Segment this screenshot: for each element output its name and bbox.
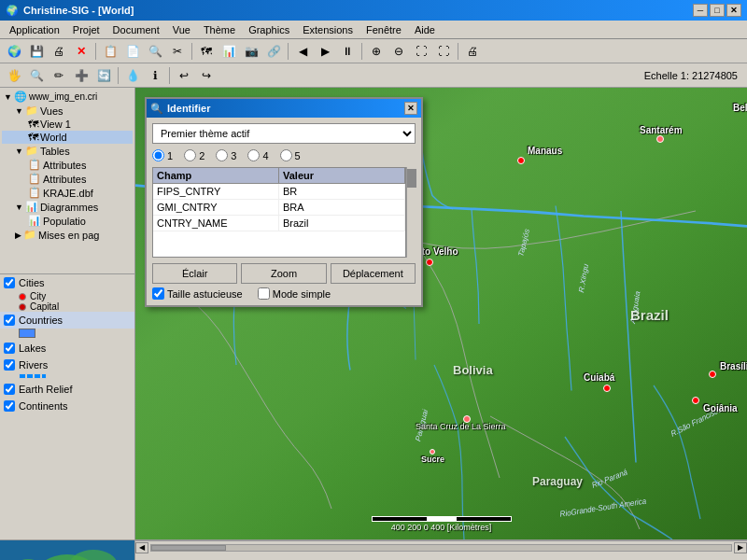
tool-new[interactable]: 📄: [122, 41, 143, 62]
radio-4[interactable]: 4: [247, 149, 268, 161]
layer-earth-relief-checkbox[interactable]: [4, 384, 15, 395]
expand-icon[interactable]: ▼: [4, 92, 12, 102]
radio-3[interactable]: 3: [216, 149, 236, 161]
tool-copy[interactable]: 📋: [100, 41, 120, 62]
map-area[interactable]: Amazon Purus Madeira Rio Juruena Tapajós…: [135, 88, 747, 539]
tool-globe[interactable]: 🌍: [4, 41, 24, 62]
menu-extensions[interactable]: Extensions: [297, 22, 359, 37]
menu-application[interactable]: Application: [4, 22, 65, 37]
layer-lakes[interactable]: Lakes: [0, 340, 134, 357]
table-body[interactable]: FIPS_CNTRY BR GMI_CNTRY BRA CNTRY_NAME B…: [152, 183, 406, 258]
check-mode[interactable]: Mode simple: [258, 287, 331, 300]
tool-pause[interactable]: ⏸: [337, 41, 358, 62]
layer-continents[interactable]: Continents: [0, 398, 134, 414]
city-goiania[interactable]: [692, 397, 699, 404]
tool-zoom2[interactable]: 🔍: [26, 65, 47, 86]
tool-redo[interactable]: ↪: [196, 65, 217, 86]
tool-forward[interactable]: ▶: [315, 41, 335, 62]
tree-diagrammes[interactable]: ▼ 📊 Diagrammes: [2, 200, 133, 214]
radio-input-4[interactable]: [247, 149, 260, 161]
tool-info[interactable]: ℹ: [145, 65, 165, 86]
tree-kraje[interactable]: 📋 KRAJE.dbf: [2, 186, 133, 200]
layer-countries[interactable]: Countries: [0, 312, 134, 329]
h-scrollbar-track[interactable]: [150, 544, 732, 552]
tables-expand-icon[interactable]: ▼: [15, 147, 23, 156]
scroll-right-btn[interactable]: ▶: [734, 542, 747, 553]
tool-edit[interactable]: ✏: [49, 65, 69, 86]
city-santarem[interactable]: [656, 135, 664, 143]
tool-zoom-in[interactable]: ⊕: [366, 41, 387, 62]
radio-2[interactable]: 2: [184, 149, 204, 161]
city-manaus[interactable]: [517, 157, 525, 164]
layer-continents-checkbox[interactable]: [4, 400, 15, 412]
menu-document[interactable]: Document: [107, 22, 165, 37]
tool-zoom-out[interactable]: ⊖: [388, 41, 409, 62]
radio-1[interactable]: 1: [152, 149, 173, 161]
tree-attrib2[interactable]: 📋 Attributes: [2, 172, 133, 186]
radio-5[interactable]: 5: [280, 149, 301, 161]
tool-rotate[interactable]: 🔄: [93, 65, 114, 86]
tool-undo[interactable]: ↩: [174, 65, 194, 86]
city-porto-velho[interactable]: [426, 259, 433, 266]
tool-close[interactable]: ✕: [71, 41, 92, 62]
menu-projet[interactable]: Projet: [67, 22, 106, 37]
tool-add[interactable]: ➕: [71, 65, 92, 86]
tool-b2[interactable]: 📊: [218, 41, 239, 62]
tool-b3[interactable]: 📷: [241, 41, 261, 62]
eclair-button[interactable]: Éclair: [152, 263, 237, 284]
tool-print[interactable]: 🖨: [49, 41, 69, 62]
scroll-left-btn[interactable]: ◀: [135, 542, 148, 553]
menu-theme[interactable]: Thème: [198, 22, 241, 37]
tree-world[interactable]: 🗺 World: [2, 131, 133, 144]
layer-rivers-checkbox[interactable]: [4, 359, 15, 371]
menu-aide[interactable]: Aide: [409, 22, 441, 37]
maximize-button[interactable]: □: [710, 4, 725, 17]
tree-attrib1[interactable]: 📋 Attributes: [2, 158, 133, 172]
vues-expand-icon[interactable]: ▼: [15, 106, 23, 116]
radio-input-5[interactable]: [280, 149, 292, 161]
tool-back[interactable]: ◀: [292, 41, 313, 62]
layer-lakes-checkbox[interactable]: [4, 343, 15, 354]
tree-tables[interactable]: ▼ 📁 Tables: [2, 144, 133, 158]
mises-expand-icon[interactable]: ▶: [15, 231, 21, 240]
tool-pan[interactable]: 🖐: [4, 65, 24, 86]
tool-b4[interactable]: 🔗: [263, 41, 284, 62]
layer-earth-relief[interactable]: Earth Relief: [0, 381, 134, 398]
tool-b1[interactable]: 🗺: [196, 41, 217, 62]
tree-root[interactable]: ▼ 🌐 www_img_en.cri: [2, 90, 133, 104]
city-cuiaba[interactable]: [603, 385, 611, 392]
close-button[interactable]: ✕: [726, 4, 741, 17]
check-mode-input[interactable]: [258, 287, 270, 300]
menu-graphics[interactable]: Graphics: [243, 22, 295, 37]
zoom-button[interactable]: Zoom: [241, 263, 326, 284]
radio-input-3[interactable]: [216, 149, 228, 161]
tool-print2[interactable]: 🖨: [462, 41, 483, 62]
minimize-button[interactable]: ─: [693, 4, 708, 17]
tool-fullscreen[interactable]: ⛶: [433, 41, 454, 62]
city-brasilia[interactable]: [709, 371, 716, 378]
h-scrollbar[interactable]: ◀ ▶: [135, 540, 747, 553]
check-taille-input[interactable]: [152, 287, 164, 300]
table-scrollbar[interactable]: [406, 167, 416, 258]
radio-input-2[interactable]: [184, 149, 196, 161]
menu-fenetre[interactable]: Fenêtre: [360, 22, 407, 37]
theme-select[interactable]: Premier thème actif: [152, 123, 416, 144]
tool-water[interactable]: 💧: [122, 65, 143, 86]
layer-cities-checkbox[interactable]: [4, 277, 15, 288]
layer-rivers[interactable]: Rivers: [0, 357, 134, 373]
tree-mises[interactable]: ▶ 📁 Mises en pag: [2, 228, 133, 242]
layer-countries-checkbox[interactable]: [4, 315, 15, 326]
tool-save[interactable]: 💾: [26, 41, 47, 62]
diag-expand-icon[interactable]: ▼: [15, 203, 23, 212]
tree-view1[interactable]: 🗺 View 1: [2, 118, 133, 131]
menu-vue[interactable]: Vue: [167, 22, 196, 37]
tool-extent[interactable]: ⛶: [411, 41, 431, 62]
radio-input-1[interactable]: [152, 149, 164, 161]
tool-cut[interactable]: ✂: [167, 41, 188, 62]
tree-populatio[interactable]: 📊 Populatio: [2, 214, 133, 228]
dialog-close-button[interactable]: ✕: [404, 102, 417, 115]
layer-cities[interactable]: Cities: [0, 274, 134, 291]
check-taille[interactable]: Taille astucieuse: [152, 287, 243, 300]
tool-search[interactable]: 🔍: [145, 41, 165, 62]
deplacement-button[interactable]: Déplacement: [331, 263, 416, 284]
